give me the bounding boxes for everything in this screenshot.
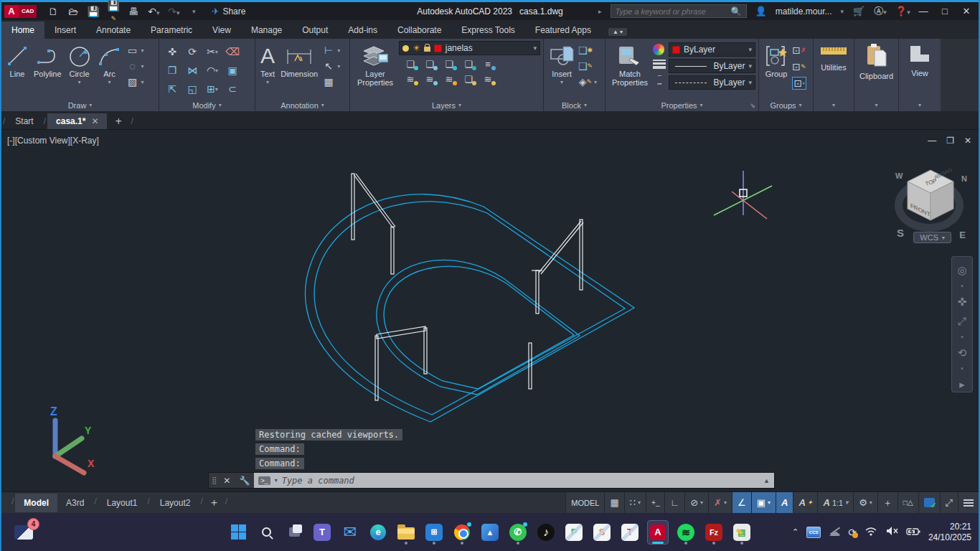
layout-tab-layout1[interactable]: Layout1 (98, 494, 146, 512)
workspace-switching-icon[interactable]: ⚙▾ (853, 492, 877, 514)
edit-attributes-icon[interactable]: ❑✎ (578, 60, 593, 72)
grid-display-toggle[interactable]: ▦ (604, 492, 623, 514)
tray-ccs-icon[interactable]: CCS (806, 527, 821, 538)
tab-output[interactable]: Output (292, 22, 338, 39)
stretch-icon[interactable]: ⇱ (165, 83, 179, 95)
view-panel-expand-icon[interactable]: ▾ (918, 99, 921, 111)
minimize-button[interactable]: — (917, 6, 930, 17)
new-drawing-tab-button[interactable]: ＋ (113, 114, 123, 128)
lineweight-icon[interactable] (653, 60, 667, 69)
rotate-icon[interactable]: ⟳ (185, 45, 199, 58)
insert-button[interactable]: Insert ▾ (547, 41, 577, 99)
taskbar-clock[interactable]: 20:21 24/10/2025 (928, 522, 971, 543)
ungroup-icon[interactable]: ⊡✗ (792, 44, 806, 57)
pan-icon[interactable]: ✜ (958, 296, 967, 309)
layer-freeze-icon[interactable]: ❏ (440, 57, 458, 70)
match-properties-button[interactable]: Match Properties (608, 41, 651, 99)
layer-off-icon[interactable]: ❏ (402, 57, 419, 70)
tab-collaborate[interactable]: Collaborate (387, 22, 451, 39)
tab-express-tools[interactable]: Express Tools (451, 22, 524, 39)
rectangle-dropdown-icon[interactable]: ▾ (141, 47, 144, 54)
rectangle-icon[interactable]: ▭ (126, 44, 140, 57)
object-color-icon[interactable] (653, 44, 664, 55)
array-icon[interactable]: ⊞▾ (205, 83, 220, 95)
spotify-icon[interactable]: ≋ (675, 520, 697, 545)
autocad-taskbar-icon[interactable]: A (647, 520, 669, 545)
model-space-toggle[interactable]: MODEL (565, 492, 604, 514)
new-layout-button[interactable]: ＋ (209, 496, 220, 509)
compass-west[interactable]: W (895, 171, 903, 180)
wcs-dropdown[interactable]: WCS▾ (913, 232, 951, 243)
layer-turn-on-icon[interactable]: ≋ (402, 72, 419, 85)
annotation-monitor-icon[interactable]: ＋ (877, 492, 897, 514)
ortho-mode-toggle[interactable]: ∟ (664, 492, 684, 514)
volume-muted-icon[interactable] (885, 526, 898, 539)
compass-east[interactable]: E (959, 230, 966, 240)
tab-parametric[interactable]: Parametric (141, 22, 202, 39)
compass-south[interactable]: S (897, 227, 904, 239)
close-button[interactable]: ✕ (960, 6, 973, 17)
layer-on-icon[interactable] (402, 45, 409, 52)
layer-thaw-icon[interactable]: ☀ (413, 43, 420, 53)
search-icon[interactable]: 🔍 (731, 6, 742, 17)
app-p-icon[interactable]: P (563, 520, 585, 545)
scale-icon[interactable]: ◱ (185, 83, 199, 95)
table-icon[interactable]: ▦ (321, 75, 336, 88)
layout-tab-layout2[interactable]: Layout2 (151, 494, 199, 512)
group-button[interactable]: Group (762, 41, 791, 99)
qat-customize-icon[interactable]: ▾ (187, 8, 200, 15)
fillet-icon[interactable]: ◠▾ (205, 64, 220, 77)
plot-icon[interactable]: 🖶 (127, 6, 140, 17)
file-tab-start[interactable]: Start (6, 113, 42, 129)
layer-unlock-icon[interactable] (424, 47, 430, 52)
annotation-panel-label[interactable]: Annotation▾ (255, 99, 349, 111)
lineweight-control-dropdown[interactable]: ByLayer ▾ (669, 59, 755, 73)
layer-prev-icon[interactable]: ≋ (421, 72, 438, 85)
ellipse-dropdown-icon[interactable]: ▾ (141, 63, 144, 70)
utilities-panel-expand-icon[interactable]: ▾ (832, 99, 835, 111)
layer-dropdown-arrow-icon[interactable]: ▾ (533, 44, 537, 52)
text-dropdown-icon[interactable]: ▾ (266, 78, 269, 87)
dynamic-input-toggle[interactable]: +_ (646, 492, 664, 514)
properties-dialog-launcher-icon[interactable]: ⇘ (750, 102, 755, 109)
command-line-close-icon[interactable]: ✕ (219, 476, 235, 486)
arc-dropdown-icon[interactable]: ▾ (108, 78, 111, 87)
snap-mode-toggle[interactable]: ∷▾ (624, 492, 646, 514)
orbit-icon[interactable]: ⟲ (958, 347, 967, 359)
command-line[interactable]: ⣿ ✕ 🔧 >_ ▾ Type a command ▲ (208, 472, 775, 489)
file-tab-close-icon[interactable]: ✕ (91, 116, 98, 126)
layer-isolate-icon[interactable]: ❏ (421, 57, 438, 70)
redo-icon[interactable]: ↷▾ (167, 6, 180, 17)
user-menu-arrow-icon[interactable]: ▾ (840, 8, 844, 15)
attributes-dropdown-icon[interactable]: ▾ (594, 79, 597, 85)
dimension-button[interactable]: Dimension (278, 41, 320, 99)
linetype-icon[interactable]: ┄┉ (653, 73, 667, 86)
microsoft-store-icon[interactable]: ⊞ (423, 520, 445, 545)
help-search[interactable]: 🔍 (611, 4, 747, 18)
group-selection-toggle-icon[interactable]: ⊡▪ (792, 77, 806, 90)
save-as-icon[interactable]: 💾✎ (107, 0, 120, 23)
save-icon[interactable]: 💾 (87, 6, 100, 17)
polar-tracking-toggle[interactable]: ⊘▾ (684, 492, 708, 514)
panel-utilities[interactable]: " Utilities ▾ (814, 39, 854, 111)
graphics-performance-icon[interactable] (918, 492, 940, 514)
app-store-cart-icon[interactable]: 🛒 (852, 6, 865, 17)
annotation-scale-button[interactable]: A 1:1▾ (817, 492, 853, 514)
app-menu-button[interactable]: A CAD (4, 5, 37, 18)
hatch-icon[interactable]: ▨ (126, 75, 140, 88)
tab-insert[interactable]: Insert (44, 22, 86, 39)
insert-dropdown-icon[interactable]: ▾ (560, 78, 563, 87)
color-control-dropdown[interactable]: ByLayer ▾ (669, 42, 755, 57)
ribbon-collapse-button[interactable]: ▲ ▾ (608, 28, 627, 36)
tiktok-icon[interactable]: ♪ (535, 520, 557, 545)
customization-menu-icon[interactable] (958, 492, 979, 514)
edge-icon[interactable]: e (367, 520, 389, 545)
command-prompt-icon[interactable]: >_ (258, 476, 270, 485)
file-tab-casa1[interactable]: casa.1* ✕ (47, 113, 107, 129)
tray-expand-icon[interactable]: ⌃ (792, 527, 798, 537)
isometric-drafting-toggle[interactable]: ✗▾ (708, 492, 732, 514)
tab-annotate[interactable]: Annotate (86, 22, 141, 39)
ellipse-icon[interactable]: ◌ (126, 60, 140, 72)
whatsapp-icon[interactable]: ✆ (507, 520, 529, 545)
annotation-visibility-toggle[interactable]: A (776, 492, 793, 514)
